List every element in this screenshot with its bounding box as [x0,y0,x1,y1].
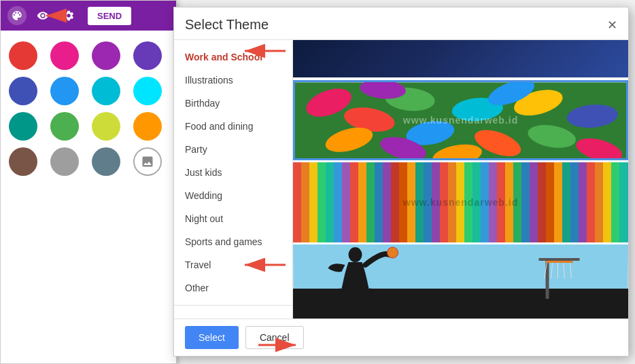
cancel-button[interactable]: Cancel [245,326,304,349]
menu-item-sports-games[interactable]: Sports and games [174,230,292,253]
theme-images-panel[interactable]: www.kusnendarweb.id www.kusnendarweb.id [293,40,628,318]
eye-icon[interactable] [33,6,52,25]
color-cyan[interactable] [92,77,120,105]
dialog-footer: Select Cancel [174,318,628,356]
svg-rect-17 [294,289,628,318]
color-teal-light[interactable] [133,77,162,105]
color-lime[interactable] [92,112,120,141]
settings-icon[interactable] [59,6,78,25]
color-deep-purple[interactable] [133,41,162,70]
color-red[interactable] [9,41,37,70]
menu-item-wedding[interactable]: Wedding [174,184,292,207]
theme-icon[interactable] [7,6,27,25]
color-green[interactable] [50,112,79,141]
dialog-body: Work and School Illustrations Birthday F… [174,40,628,318]
color-teal[interactable] [9,112,37,141]
svg-point-26 [349,247,362,262]
color-grey[interactable] [50,147,79,176]
svg-rect-20 [546,261,573,263]
menu-item-work-school[interactable]: Work and School [174,46,292,69]
send-button[interactable]: SEND [88,7,131,25]
select-theme-dialog: Select Theme ✕ Work and School Illustrat… [173,7,629,357]
color-blue[interactable] [9,77,37,105]
menu-item-travel[interactable]: Travel [174,253,292,276]
theme-image-basketball[interactable] [293,244,628,318]
color-purple[interactable] [92,41,120,70]
compose-window: SEND [0,0,177,364]
svg-point-27 [388,247,398,258]
color-blue-grey[interactable] [92,147,120,176]
menu-item-party[interactable]: Party [174,138,292,161]
svg-rect-19 [539,258,580,261]
menu-item-illustrations[interactable]: Illustrations [174,69,292,92]
menu-divider [174,305,292,306]
color-image[interactable] [133,147,162,176]
select-button[interactable]: Select [185,326,239,349]
color-grid [1,33,176,184]
svg-rect-18 [546,258,549,299]
svg-line-29 [369,289,373,312]
menu-item-food-dining[interactable]: Food and dining [174,115,292,138]
color-pink[interactable] [50,41,79,70]
theme-menu: Work and School Illustrations Birthday F… [174,40,293,318]
menu-item-upload-photos[interactable]: Upload photos [174,311,292,318]
menu-item-night-out[interactable]: Night out [174,207,292,230]
svg-line-28 [339,289,342,312]
color-light-blue[interactable] [50,77,79,105]
color-orange[interactable] [133,112,162,141]
dialog-header: Select Theme ✕ [174,7,628,40]
theme-image-dark[interactable] [293,40,628,77]
menu-item-just-kids[interactable]: Just kids [174,161,292,184]
close-button[interactable]: ✕ [607,19,617,31]
menu-item-birthday[interactable]: Birthday [174,92,292,115]
color-brown[interactable] [9,147,37,176]
menu-item-other[interactable]: Other [174,276,292,299]
theme-image-pencils[interactable]: www.kusnendarweb.id [293,162,628,242]
theme-image-pills[interactable]: www.kusnendarweb.id [293,80,628,160]
compose-toolbar: SEND [1,1,176,31]
dialog-title: Select Theme [185,17,269,33]
